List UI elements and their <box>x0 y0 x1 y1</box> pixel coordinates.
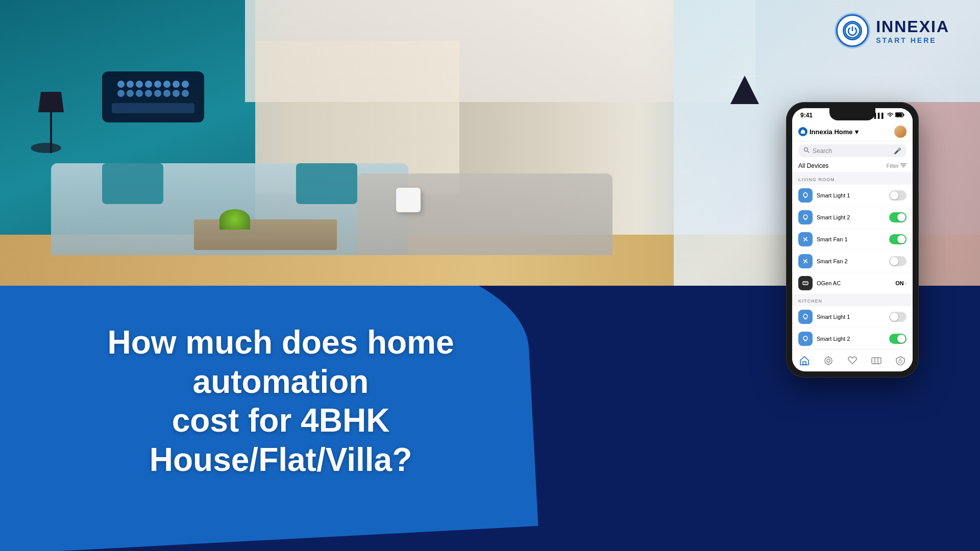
device-list: LIVING ROOM Smart Light 1 <box>792 173 913 349</box>
battery-icon <box>895 112 904 118</box>
device-name: OGen AC <box>817 280 891 286</box>
headline-line2: cost for 4BHK House/Flat/Villa? <box>51 401 510 480</box>
svg-point-18 <box>803 314 807 318</box>
svg-rect-23 <box>803 362 806 365</box>
nav-automation[interactable] <box>823 356 834 365</box>
svg-line-5 <box>807 151 810 153</box>
search-bar-container: Search 🎤 <box>792 141 913 160</box>
signal-icon: ▌▌▌ <box>874 113 885 118</box>
svg-point-25 <box>827 359 830 362</box>
table-row: Smart Light 2 <box>792 328 913 349</box>
status-time: 9:41 <box>800 112 813 119</box>
logo-area: INNEXIA START HERE <box>836 14 949 47</box>
headline-line1: How much does home automation <box>51 323 510 402</box>
svg-rect-3 <box>896 113 902 116</box>
toggle-smart-fan-1[interactable] <box>889 234 906 244</box>
device-name: Smart Light 1 <box>817 192 885 198</box>
toggle-smart-fan-2[interactable] <box>889 256 906 266</box>
filter-row: All Devices Filter <box>792 160 913 173</box>
light-icon <box>798 210 813 224</box>
fan-icon <box>798 232 813 246</box>
phone-frame: 9:41 ▌▌▌ <box>786 102 919 378</box>
device-name: Smart Light 2 <box>817 336 885 342</box>
device-name: Smart Light 1 <box>817 314 885 320</box>
search-input[interactable]: Search 🎤 <box>798 144 906 157</box>
table-row: Smart Light 1 <box>792 185 913 206</box>
user-avatar[interactable] <box>894 126 906 138</box>
svg-rect-31 <box>899 360 902 363</box>
device-name: Smart Fan 1 <box>817 236 885 242</box>
ac-icon <box>798 276 813 290</box>
headline-text: How much does home automation cost for 4… <box>51 323 510 480</box>
filter-text: Filter <box>887 163 899 169</box>
fan-icon <box>798 254 813 268</box>
mic-icon[interactable]: 🎤 <box>894 147 901 155</box>
room-label-kitchen: KITCHEN <box>792 294 913 306</box>
light-icon <box>798 332 813 346</box>
filter-button[interactable]: Filter <box>887 163 906 169</box>
svg-point-24 <box>825 357 832 364</box>
logo-circle <box>836 14 869 47</box>
all-devices-label: All Devices <box>798 162 828 169</box>
svg-point-19 <box>803 336 807 340</box>
toggle-smart-light-1[interactable] <box>889 190 906 201</box>
room-label-living: LIVING ROOM <box>792 173 913 184</box>
wall-panel <box>102 71 204 122</box>
phone-mockup: 9:41 ▌▌▌ <box>786 102 919 378</box>
bottom-nav <box>792 349 913 371</box>
app-home-name: Innexia Home ▾ <box>798 127 859 136</box>
nav-security[interactable] <box>895 356 905 365</box>
svg-point-9 <box>803 193 807 197</box>
filter-icon <box>900 163 906 169</box>
wifi-icon <box>887 112 893 118</box>
table-row: Smart Fan 2 <box>792 251 913 272</box>
logo-tagline: START HERE <box>876 36 949 44</box>
device-name: Smart Fan 2 <box>817 258 885 264</box>
logo-name: INNEXIA <box>876 17 949 36</box>
light-icon <box>798 310 813 324</box>
smart-speaker <box>730 76 759 104</box>
status-icons: ▌▌▌ <box>874 112 904 118</box>
dropdown-icon[interactable]: ▾ <box>855 128 859 136</box>
search-placeholder: Search <box>813 147 891 155</box>
logo-power-icon <box>843 21 862 40</box>
on-arrow-indicator[interactable]: ON › <box>895 280 906 286</box>
toggle-kitchen-light-1[interactable] <box>889 312 906 322</box>
table-row: Smart Light 2 <box>792 207 913 228</box>
toggle-kitchen-light-2[interactable] <box>889 334 906 344</box>
app-header: Innexia Home ▾ <box>792 122 913 141</box>
svg-rect-2 <box>903 114 904 116</box>
svg-point-11 <box>803 215 807 219</box>
table-row: Smart Light 1 <box>792 306 913 328</box>
toggle-smart-light-2[interactable] <box>889 212 906 222</box>
phone-notch <box>829 108 875 120</box>
table-row: Smart Fan 1 <box>792 229 913 250</box>
nav-favorites[interactable] <box>847 356 857 365</box>
home-name-label: Innexia Home <box>810 128 853 136</box>
device-name: Smart Light 2 <box>817 214 885 220</box>
svg-point-12 <box>804 238 806 240</box>
phone-screen: 9:41 ▌▌▌ <box>792 108 913 371</box>
svg-rect-28 <box>872 358 881 364</box>
headline-area: How much does home automation cost for 4… <box>51 323 510 480</box>
nav-home[interactable] <box>799 356 810 365</box>
smart-hub-cube <box>396 188 421 212</box>
search-icon <box>803 147 810 155</box>
table-row: OGen AC ON › <box>792 272 913 294</box>
light-icon <box>798 188 813 203</box>
nav-scenes[interactable] <box>871 356 881 365</box>
svg-point-13 <box>804 260 806 262</box>
home-icon <box>798 127 807 136</box>
logo-text: INNEXIA START HERE <box>876 17 949 44</box>
